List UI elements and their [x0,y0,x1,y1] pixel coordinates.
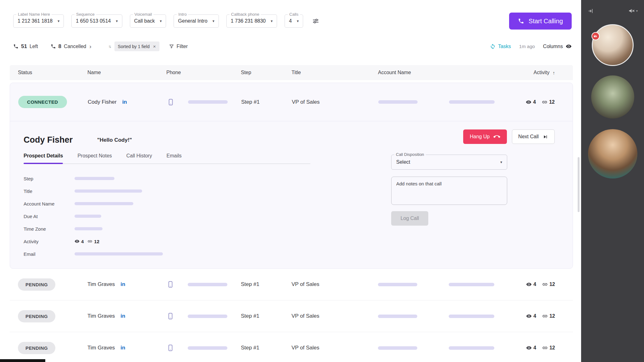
last-updated-text: 1m ago [519,44,535,49]
prospect-row[interactable]: PENDING Tim Graves in Step #1 VP of Sale… [10,300,573,332]
col-header-activity[interactable]: Activity ↑ [505,70,573,75]
phone-icon [51,44,56,49]
prospect-table: Status Name Phone Step Title Account Nam… [10,65,573,362]
value-skeleton [75,252,163,255]
value-skeleton [75,189,142,193]
chevron-down-icon: ▾ [160,19,162,23]
step-cell: Step #1 [235,281,285,288]
views-eye-icon [75,239,80,244]
greeting-script: "Hello Cody!" [97,137,132,143]
linkedin-icon[interactable]: in [120,281,125,288]
callback-phone-dropdown[interactable]: Callback phone 1 736 231 8830 ▾ [226,14,277,28]
participant-video-2[interactable] [591,75,634,118]
chevron-right-icon: › [89,43,91,50]
next-call-button[interactable]: Next Call [512,129,555,144]
calls-cancelled-stat[interactable]: 8 Cancelled › [51,43,92,50]
call-disposition-select[interactable]: Call Disposition Select ▾ [391,155,507,170]
scrollbar[interactable] [578,157,580,212]
account-skeleton [449,346,494,350]
intro-dropdown[interactable]: Intro General Intro ▾ [174,14,219,28]
status-badge: CONNECTED [18,96,67,108]
tab-call-history[interactable]: Call History [126,153,152,163]
links-icon [542,282,548,287]
title-cell: VP of Sales [285,281,370,288]
table-header-row: Status Name Phone Step Title Account Nam… [10,65,573,80]
chevron-down-icon: ▾ [297,19,299,23]
field-label: Intro [177,12,188,17]
phone-number-skeleton [188,100,228,104]
linkedin-icon[interactable]: in [120,313,125,319]
sort-chip[interactable]: Sorted by 1 field × [114,41,159,51]
filter-icon [169,44,174,49]
mobile-phone-icon[interactable] [166,344,175,352]
eye-icon [566,43,572,49]
mobile-phone-icon[interactable] [167,98,175,106]
active-call-card: CONNECTED Cody Fisher in Step #1 VP of S… [10,83,573,269]
step-cell: Step #1 [235,345,285,351]
col-header-status[interactable]: Status [10,70,77,75]
views-eye-icon [526,99,531,105]
prospect-row[interactable]: PENDING Tim Graves in Step #1 VP of Sale… [10,332,573,362]
prospect-row[interactable]: PENDING Tim Graves in Step #1 VP of Sale… [10,269,573,300]
col-header-phone[interactable]: Phone [154,70,235,75]
sort-icon: ↑↓ [108,44,111,49]
tab-prospect-notes[interactable]: Prospect Notes [77,153,112,163]
participant-video-1[interactable] [592,24,634,66]
tab-prospect-details[interactable]: Prospect Details [24,153,63,163]
label-name-dropdown[interactable]: Label Name Here 1 212 361 1818 ▾ [13,14,64,28]
col-header-step[interactable]: Step [235,70,285,75]
views-eye-icon [526,345,532,351]
links-icon [87,239,92,244]
columns-button[interactable]: Columns [543,43,572,49]
call-settings-icon[interactable] [312,17,319,25]
step-cell: Step #1 [235,313,285,319]
status-badge: PENDING [18,342,55,354]
mobile-phone-icon[interactable] [166,280,175,288]
start-calling-button[interactable]: Start Calling [509,13,572,30]
field-label: Calls [288,12,300,17]
stats-bar: 51 Left 8 Cancelled › ↑↓ Sorted by 1 fie… [13,41,572,51]
prospect-name: Tim Graves [87,313,115,319]
log-call-button[interactable]: Log Call [391,211,428,226]
chevron-down-icon: ▾ [271,19,273,23]
col-header-title[interactable]: Title [285,70,370,75]
prospect-row[interactable]: CONNECTED Cody Fisher in Step #1 VP of S… [10,83,573,121]
phone-icon [518,18,524,24]
skip-next-icon [542,134,548,140]
call-notes-input[interactable] [391,177,507,205]
mobile-phone-icon[interactable] [166,312,175,320]
field-label: Callback phone [230,12,261,17]
hang-up-button[interactable]: Hang Up [463,129,507,144]
filter-button[interactable]: Filter [169,44,188,49]
title-cell: VP of Sales [285,99,370,105]
value-skeleton [75,202,133,205]
tasks-sync-button[interactable]: Tasks [490,44,511,49]
sort-arrow-up-icon: ↑ [553,70,555,75]
field-label: Label Name Here [16,12,52,17]
dialer-toolbar: Label Name Here 1 212 361 1818 ▾ Sequenc… [0,0,581,30]
prospect-name: Tim Graves [87,281,115,288]
calls-dropdown[interactable]: Calls 4 ▾ [285,14,303,28]
close-icon[interactable]: × [153,44,156,49]
linkedin-icon[interactable]: in [122,99,127,105]
account-skeleton [378,315,417,318]
status-badge: PENDING [18,278,55,291]
participant-video-3[interactable] [588,129,637,178]
sequence-dropdown[interactable]: Sequence 1 650 513 0514 ▾ [71,14,122,28]
mute-speaker-icon[interactable]: ▾ [628,8,638,14]
voicemail-dropdown[interactable]: Voicemail Call back ▾ [130,14,166,28]
sync-icon [490,44,496,49]
bottom-strip [0,359,45,362]
linkedin-icon[interactable]: in [120,345,125,351]
prospect-name: Cody Fisher [88,99,117,105]
detail-tabs: Prospect Details Prospect Notes Call His… [24,153,310,164]
tab-emails[interactable]: Emails [167,153,182,163]
call-detail-panel: Cody Fisher "Hello Cody!" Hang Up Next C… [10,121,573,268]
account-skeleton [378,283,417,286]
collapse-panel-icon[interactable] [587,8,594,14]
phone-icon [13,44,19,49]
views-eye-icon [526,313,532,319]
col-header-name[interactable]: Name [77,70,154,75]
col-header-account[interactable]: Account Name [370,70,505,75]
camera-off-badge [591,32,600,40]
